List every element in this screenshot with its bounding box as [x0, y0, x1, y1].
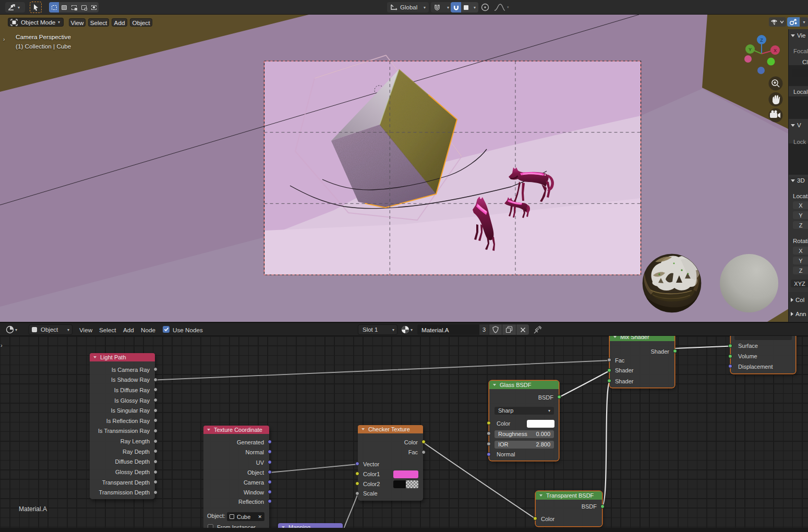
- svg-text:Y: Y: [749, 47, 752, 52]
- svg-text:X: X: [774, 48, 777, 53]
- svg-text:Z: Z: [760, 38, 763, 43]
